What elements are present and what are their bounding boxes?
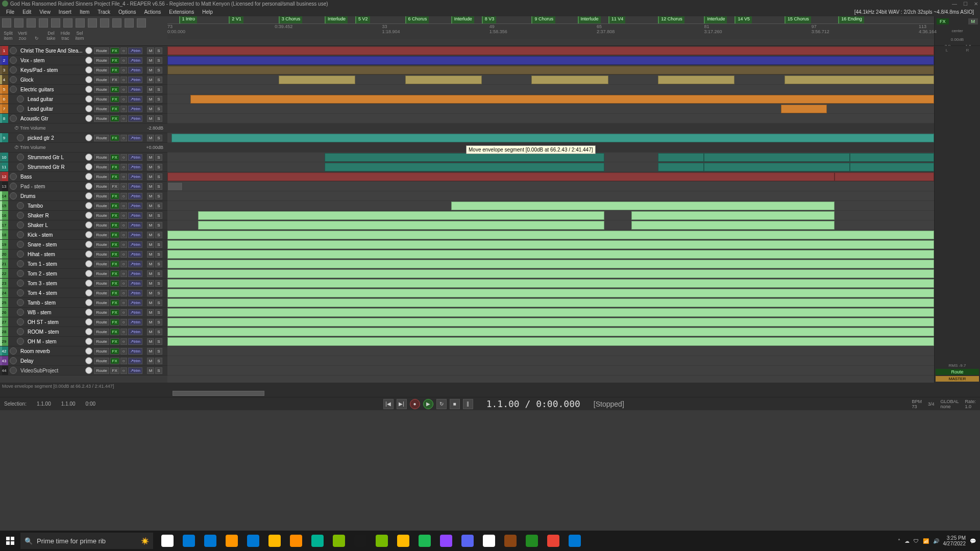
fx-button[interactable]: FX: [110, 86, 119, 93]
fx-button[interactable]: FX: [110, 135, 119, 141]
route-button[interactable]: Route: [94, 183, 109, 190]
track-header[interactable]: 9picked gtr 2RouteFX○↗trimMS: [0, 133, 167, 143]
track-lane[interactable]: [167, 220, 934, 230]
mute-button[interactable]: M: [147, 67, 154, 73]
minimize-icon[interactable]: —: [952, 1, 957, 7]
track-header[interactable]: 5Electric guitarsRouteFX○↗trimMS: [0, 85, 167, 94]
solo-button[interactable]: S: [155, 319, 162, 325]
fx-bypass-button[interactable]: ○: [120, 232, 127, 238]
media-item[interactable]: [167, 328, 934, 336]
taskbar-edge-icon[interactable]: [200, 531, 220, 551]
fx-button[interactable]: FX: [110, 57, 119, 64]
media-item[interactable]: [785, 76, 934, 84]
track-name[interactable]: Tom 4 - stem: [26, 290, 84, 296]
track-name[interactable]: Tom 2 - stem: [26, 271, 84, 277]
record-arm-button[interactable]: [10, 173, 17, 180]
track-header[interactable]: 43DelayRouteFX○↗trimMS: [0, 356, 167, 366]
fx-bypass-button[interactable]: ○: [120, 367, 127, 374]
solo-button[interactable]: S: [155, 222, 162, 229]
repeat-button[interactable]: ↻: [436, 399, 447, 409]
route-button[interactable]: Route: [94, 77, 109, 83]
volume-knob[interactable]: [85, 270, 92, 277]
marker[interactable]: 6 Chorus: [405, 16, 429, 23]
play-button[interactable]: ▶: [423, 399, 433, 409]
horizontal-scrollbar[interactable]: [0, 390, 980, 397]
tray-volume-icon[interactable]: 🔊: [933, 538, 939, 544]
marker[interactable]: 12 Chorus: [658, 16, 684, 23]
track-name[interactable]: Strummed Gtr R: [26, 164, 84, 170]
volume-knob[interactable]: [85, 192, 92, 199]
media-item[interactable]: [704, 163, 849, 171]
record-arm-button[interactable]: [17, 231, 24, 238]
media-item[interactable]: [850, 153, 934, 162]
trim-button[interactable]: ↗trim: [128, 241, 142, 248]
fx-button[interactable]: FX: [110, 203, 119, 209]
volume-knob[interactable]: [85, 347, 92, 355]
fx-button[interactable]: FX: [110, 222, 119, 229]
mute-button[interactable]: M: [147, 96, 154, 103]
track-name[interactable]: Shaker R: [26, 213, 84, 218]
mute-button[interactable]: M: [147, 290, 154, 296]
mute-button[interactable]: M: [147, 348, 154, 355]
track-name[interactable]: Drums: [18, 193, 84, 199]
solo-button[interactable]: S: [155, 367, 162, 374]
track-lane[interactable]: [167, 366, 934, 375]
solo-button[interactable]: S: [155, 329, 162, 335]
trim-button[interactable]: ↗trim: [128, 57, 142, 64]
fx-bypass-button[interactable]: ○: [120, 261, 127, 267]
solo-button[interactable]: S: [155, 348, 162, 355]
fx-button[interactable]: FX: [110, 47, 119, 54]
volume-knob[interactable]: [85, 318, 92, 325]
marker[interactable]: 9 Chorus: [531, 16, 555, 23]
track-header[interactable]: 7Lead guitarRouteFX○↗trimMS: [0, 104, 167, 114]
track-lane[interactable]: [167, 201, 934, 211]
mute-button[interactable]: M: [147, 203, 154, 209]
record-arm-button[interactable]: [10, 192, 17, 199]
solo-button[interactable]: S: [155, 309, 162, 316]
volume-knob[interactable]: [85, 231, 92, 238]
trim-button[interactable]: ↗trim: [128, 115, 142, 122]
trim-button[interactable]: ↗trim: [128, 232, 142, 238]
metronome-icon[interactable]: [100, 18, 109, 28]
start-button[interactable]: [0, 531, 20, 551]
record-arm-button[interactable]: [10, 66, 17, 73]
track-name[interactable]: Tambo: [26, 203, 84, 209]
track-header[interactable]: 26WB - stemRouteFX○↗trimMS: [0, 308, 167, 317]
fx-bypass-button[interactable]: ○: [120, 212, 127, 219]
track-lane[interactable]: [167, 104, 934, 114]
marker[interactable]: 11 V4: [608, 16, 626, 23]
media-item[interactable]: [167, 318, 934, 327]
solo-button[interactable]: S: [155, 67, 162, 73]
flag-icon[interactable]: [125, 18, 134, 28]
fx-bypass-button[interactable]: ○: [120, 329, 127, 335]
track-lane[interactable]: [167, 327, 934, 337]
fx-button[interactable]: FX: [110, 251, 119, 258]
record-arm-button[interactable]: [10, 47, 17, 54]
volume-knob[interactable]: [85, 105, 92, 112]
fx-bypass-button[interactable]: ○: [120, 251, 127, 258]
track-header[interactable]: 4GlockRouteFX○↗trimMS: [0, 75, 167, 85]
trim-button[interactable]: ↗trim: [128, 338, 142, 345]
solo-button[interactable]: S: [155, 135, 162, 141]
route-button[interactable]: Route: [94, 57, 109, 64]
mute-button[interactable]: M: [147, 183, 154, 190]
volume-knob[interactable]: [85, 57, 92, 64]
media-item[interactable]: [167, 289, 934, 297]
marker[interactable]: 2 V1: [229, 16, 243, 23]
mute-button[interactable]: M: [147, 106, 154, 112]
master-fx-button[interactable]: FX: [937, 18, 949, 24]
track-lane[interactable]: [167, 85, 934, 94]
taskbar-app5-icon[interactable]: [457, 531, 478, 551]
track-header[interactable]: 13Pad - stemRouteFX○↗trimMS: [0, 182, 167, 191]
fx-bypass-button[interactable]: ○: [120, 241, 127, 248]
ripple-icon[interactable]: [88, 18, 97, 28]
record-arm-button[interactable]: [17, 241, 24, 248]
record-arm-button[interactable]: [17, 289, 24, 296]
play-icon[interactable]: [112, 18, 121, 28]
track-header[interactable]: 15TamboRouteFX○↗trimMS: [0, 201, 167, 211]
track-header[interactable]: 2Vox - stemRouteFX○↗trimMS: [0, 56, 167, 65]
route-button[interactable]: Route: [94, 241, 109, 248]
volume-knob[interactable]: [85, 154, 92, 161]
media-item[interactable]: [631, 211, 835, 220]
mute-button[interactable]: M: [147, 319, 154, 325]
